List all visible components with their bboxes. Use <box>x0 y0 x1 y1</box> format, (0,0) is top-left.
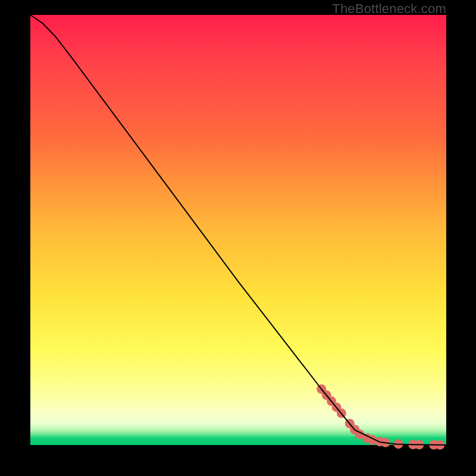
curve-path <box>30 15 446 445</box>
plot-area <box>30 15 446 445</box>
chart-frame: TheBottleneck.com <box>0 0 476 476</box>
chart-svg <box>30 15 446 445</box>
marker-layer <box>317 384 444 450</box>
